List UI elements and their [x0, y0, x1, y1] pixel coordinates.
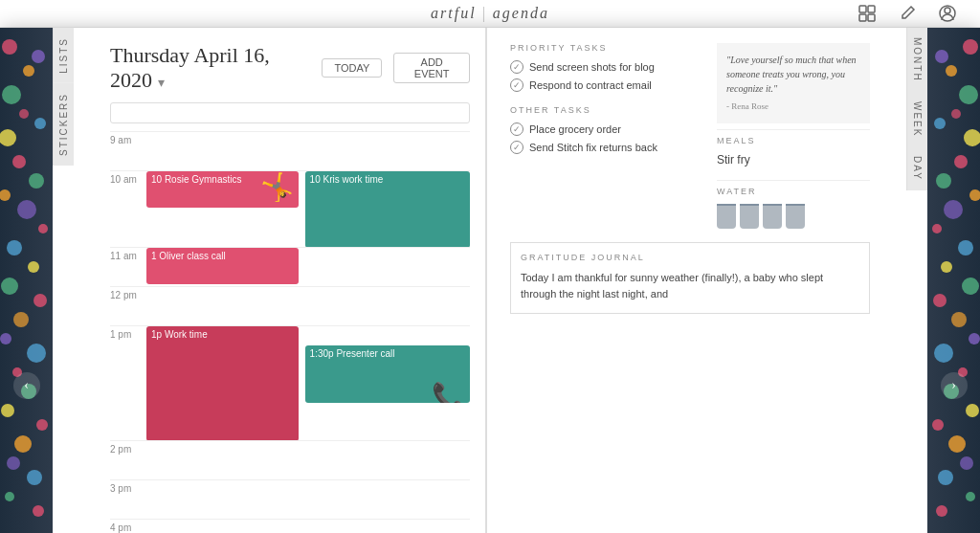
svg-point-23 — [0, 333, 11, 344]
meals-label: MEALS — [717, 136, 870, 145]
time-label: 11 am — [110, 248, 146, 261]
svg-point-27 — [1, 404, 14, 417]
svg-point-24 — [27, 344, 46, 363]
event-rosie-gymnastics[interactable]: 10 Rosie Gymnastics 🤸 — [146, 171, 299, 208]
other-tasks-label: OTHER TASKS — [510, 105, 703, 115]
today-button[interactable]: TODAY — [322, 58, 382, 78]
left-page: Thursday April 16, 2020 ▾ TODAY ADD EVEN… — [53, 28, 487, 533]
svg-point-22 — [13, 312, 29, 327]
other-task-text-2: Send Stitch fix returns back — [529, 142, 657, 153]
other-task-1: ✓ Place grocery order — [510, 122, 703, 136]
svg-point-9 — [32, 50, 45, 63]
svg-point-14 — [29, 173, 44, 189]
time-row-10am: 10 am 10 Rosie Gymnastics 🤸 10 Kris work… — [110, 170, 470, 247]
right-page: PRIORITY TASKS ✓ Send screen shots for b… — [487, 28, 927, 533]
check-icon-3[interactable]: ✓ — [510, 122, 523, 136]
day-tab[interactable]: DAY — [906, 146, 927, 190]
water-cup-2[interactable] — [740, 204, 759, 229]
lists-tab[interactable]: LISTS — [53, 28, 74, 83]
svg-point-61 — [936, 505, 947, 517]
phone-sticker: 📞 — [432, 381, 465, 403]
date-dropdown-arrow[interactable]: ▾ — [158, 76, 165, 90]
sidebar-column: "Love yourself so much that when someone… — [717, 43, 870, 229]
stickers-tab[interactable]: STICKERS — [53, 83, 74, 166]
svg-point-37 — [935, 50, 948, 63]
add-event-button[interactable]: ADD EVENT — [393, 53, 470, 83]
month-tab[interactable]: MONTH — [906, 28, 927, 92]
time-events — [146, 441, 470, 479]
svg-point-32 — [5, 492, 14, 501]
water-cup-3[interactable] — [763, 204, 782, 229]
svg-point-30 — [7, 456, 20, 470]
divider-2 — [717, 180, 870, 181]
svg-point-49 — [933, 294, 947, 307]
week-tab[interactable]: WEEK — [906, 92, 927, 146]
event-oliver-call[interactable]: 1 Oliver class call — [146, 248, 299, 284]
priority-tasks-section: PRIORITY TASKS ✓ Send screen shots for b… — [510, 43, 703, 92]
svg-point-13 — [12, 155, 26, 168]
priority-task-1: ✓ Send screen shots for blog — [510, 60, 703, 74]
check-icon-4[interactable]: ✓ — [510, 141, 523, 154]
next-arrow[interactable]: › — [941, 372, 968, 399]
time-label: 3 pm — [110, 480, 146, 494]
svg-point-38 — [951, 109, 961, 119]
svg-point-34 — [963, 39, 978, 55]
user-icon[interactable] — [934, 0, 961, 27]
water-cup-4[interactable] — [786, 204, 805, 229]
svg-point-51 — [969, 333, 980, 344]
time-label: 12 pm — [110, 287, 146, 300]
svg-point-11 — [0, 129, 16, 146]
left-border: ‹ — [0, 28, 53, 533]
svg-point-17 — [38, 224, 48, 233]
edit-icon[interactable] — [894, 0, 921, 27]
event-work-time[interactable]: 1p Work time — [146, 326, 299, 441]
time-events — [146, 287, 470, 325]
check-icon-1[interactable]: ✓ — [510, 60, 523, 74]
svg-point-44 — [944, 200, 963, 219]
svg-point-45 — [932, 224, 942, 233]
grid-icon[interactable] — [854, 0, 880, 27]
time-row-1pm: 1 pm 1p Work time 1:30p Presenter call 📞 — [110, 325, 470, 440]
time-row-12pm: 12 pm — [110, 286, 470, 325]
right-top: PRIORITY TASKS ✓ Send screen shots for b… — [510, 43, 870, 229]
svg-point-40 — [934, 118, 946, 129]
event-kris-work[interactable]: 10 Kris work time — [305, 171, 470, 248]
other-task-text-1: Place grocery order — [529, 123, 621, 135]
quote-author: - Rena Rose — [726, 100, 860, 114]
time-row-4pm: 4 pm — [110, 519, 470, 533]
priority-tasks-label: PRIORITY TASKS — [510, 43, 703, 53]
time-label: 4 pm — [110, 520, 146, 533]
check-icon-2[interactable]: ✓ — [510, 78, 523, 92]
time-label: 10 am — [110, 171, 146, 185]
logo-separator: | — [482, 5, 487, 22]
prev-arrow[interactable]: ‹ — [13, 372, 40, 399]
divider-1 — [717, 129, 870, 130]
svg-rect-2 — [859, 14, 866, 21]
search-input[interactable] — [110, 102, 470, 123]
svg-point-33 — [33, 505, 44, 517]
gratitude-label: GRATITUDE JOURNAL — [521, 253, 859, 262]
svg-point-19 — [28, 261, 39, 273]
logo-part1: artful — [431, 5, 477, 22]
svg-rect-1 — [868, 6, 875, 12]
svg-point-21 — [33, 294, 47, 307]
calendar-title: Thursday April 16, 2020 ▾ — [110, 43, 310, 93]
svg-point-15 — [0, 189, 11, 201]
svg-point-50 — [951, 312, 967, 327]
gymnast-sticker: 🤸 — [260, 171, 294, 203]
event-presenter-call[interactable]: 1:30p Presenter call 📞 — [305, 345, 470, 403]
svg-point-42 — [936, 173, 951, 189]
priority-task-text-2: Respond to contract email — [529, 79, 652, 91]
time-row-11am: 11 am 1 Oliver class call — [110, 247, 470, 286]
time-label: 9 am — [110, 132, 146, 145]
water-cup-1[interactable] — [717, 204, 736, 229]
water-label: WATER — [717, 187, 870, 196]
quote-section: "Love yourself so much that when someone… — [717, 43, 870, 123]
svg-point-16 — [17, 200, 36, 219]
svg-point-59 — [938, 470, 953, 485]
gratitude-text: Today I am thankful for sunny weather (f… — [521, 270, 859, 303]
svg-point-52 — [934, 344, 953, 363]
svg-point-35 — [946, 65, 957, 77]
svg-point-18 — [7, 240, 22, 255]
time-row-3pm: 3 pm — [110, 479, 470, 519]
